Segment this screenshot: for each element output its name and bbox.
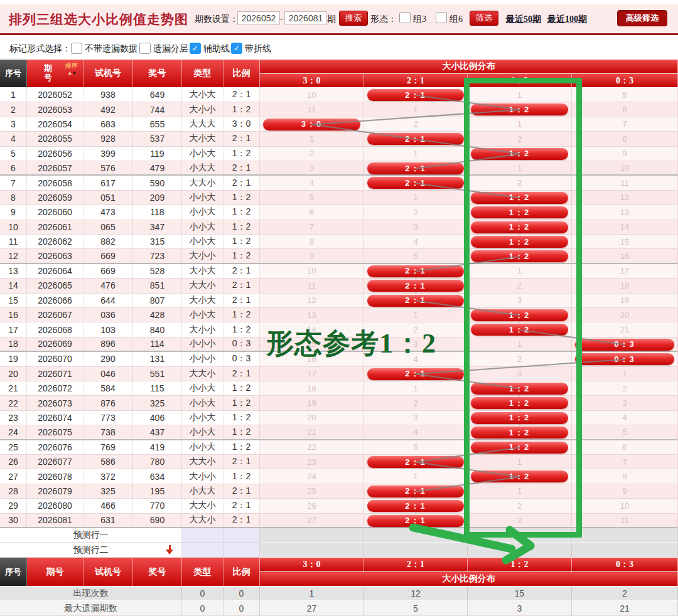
bottom-ratio-header-2: 1：2 bbox=[468, 558, 572, 572]
cell-dist-2: 1：2 bbox=[468, 147, 572, 161]
column-header-5: 比例 bbox=[223, 60, 260, 88]
cell-type: 小小大 bbox=[182, 220, 223, 235]
cell-prize-number: 655 bbox=[133, 117, 182, 132]
ratio-hit-capsule: 1：2 bbox=[471, 206, 568, 218]
ratio-hit-capsule: 1：2 bbox=[471, 309, 568, 321]
ratio-hit-capsule: 2：1 bbox=[367, 177, 464, 189]
cell-ratio: 3：0 bbox=[223, 117, 260, 132]
ratio-hit-capsule: 2：1 bbox=[367, 133, 464, 145]
sort-control[interactable]: 排序▲● bbox=[62, 63, 82, 76]
cell-period: 2026068 bbox=[27, 322, 83, 337]
cell-test-number: 576 bbox=[83, 161, 133, 176]
ratio-hit-capsule: 1：2 bbox=[471, 427, 568, 438]
cell-ratio: 1：2 bbox=[223, 381, 260, 396]
stats-ratio-count: 0 bbox=[223, 587, 260, 601]
bottom-ratio-header-0: 3：0 bbox=[260, 558, 364, 572]
cell-dist-3: 15 bbox=[572, 235, 678, 249]
cell-dist-3: 4 bbox=[572, 411, 678, 425]
cell-dist-0: 14 bbox=[260, 322, 364, 337]
cell-ratio: 1：2 bbox=[223, 322, 260, 337]
predict-row2-type-cell[interactable] bbox=[182, 543, 223, 558]
bottom-column-header-0: 序号 bbox=[0, 558, 27, 587]
cell-prize-number: 115 bbox=[133, 381, 182, 396]
cell-prize-number: 131 bbox=[133, 352, 182, 366]
ratio-column-header-0: 3：0 bbox=[260, 74, 364, 88]
cell-prize-number: 690 bbox=[133, 514, 182, 528]
cell-dist-0: 24 bbox=[260, 469, 364, 484]
cell-test-number: 036 bbox=[83, 308, 133, 322]
cell-dist-0: 9 bbox=[260, 249, 364, 263]
cell-dist-3: 18 bbox=[572, 279, 678, 293]
cell-dist-0: 1 bbox=[260, 132, 364, 146]
cell-period: 2026077 bbox=[27, 455, 83, 469]
cell-dist-1: 1 bbox=[364, 147, 468, 161]
cell-dist-0: 8 bbox=[260, 235, 364, 249]
cell-prize-number: 770 bbox=[133, 499, 182, 513]
cell-ratio: 2：1 bbox=[223, 455, 260, 469]
cell-period: 2026081 bbox=[27, 514, 83, 528]
cell-no: 3 bbox=[0, 117, 27, 132]
cell-dist-2: 1 bbox=[468, 117, 572, 132]
ratio-hit-capsule: 1：2 bbox=[471, 104, 568, 115]
cell-no: 19 bbox=[0, 352, 27, 366]
cell-no: 10 bbox=[0, 220, 27, 235]
cell-type: 大大小 bbox=[182, 279, 223, 293]
cell-dist-2: 1：2 bbox=[468, 102, 572, 117]
cell-dist-3: 0：3 bbox=[572, 337, 678, 352]
cell-test-number: 882 bbox=[83, 235, 133, 249]
cell-ratio: 1：2 bbox=[223, 440, 260, 455]
ratio-hit-capsule: 2：1 bbox=[367, 500, 464, 512]
distribution-header: 大小比例分布 bbox=[260, 60, 678, 74]
cell-dist-1: 1 bbox=[364, 381, 468, 396]
cell-type: 大大小 bbox=[182, 367, 223, 381]
predict-row2-ratio-cell[interactable] bbox=[223, 543, 260, 558]
cell-dist-1: 2：1 bbox=[364, 455, 468, 469]
cell-dist-0: 4 bbox=[260, 176, 364, 190]
cell-type: 大小大 bbox=[182, 294, 223, 308]
cell-dist-2: 1：2 bbox=[468, 235, 572, 249]
cell-dist-1: 1 bbox=[364, 191, 468, 205]
cell-dist-3: 12 bbox=[572, 191, 678, 205]
cell-test-number: 876 bbox=[83, 396, 133, 410]
cell-prize-number: 723 bbox=[133, 249, 182, 263]
bottom-column-header-4: 类型 bbox=[182, 558, 223, 587]
cell-period: 2026071 bbox=[27, 367, 83, 381]
cell-ratio: 1：2 bbox=[223, 205, 260, 220]
cell-dist-1: 2 bbox=[364, 322, 468, 337]
predict-row2-dist-1 bbox=[364, 543, 468, 558]
cell-no: 13 bbox=[0, 264, 27, 279]
cell-test-number: 631 bbox=[83, 514, 133, 528]
cell-dist-3: 5 bbox=[572, 425, 678, 440]
cell-dist-0: 19 bbox=[260, 396, 364, 410]
cell-type: 小小大 bbox=[182, 425, 223, 440]
cell-prize-number: 634 bbox=[133, 469, 182, 484]
cell-dist-2: 1：2 bbox=[468, 425, 572, 440]
predict-row1-type-cell[interactable] bbox=[182, 528, 223, 543]
cell-type: 大小大 bbox=[182, 264, 223, 279]
predict-row1-ratio-cell[interactable] bbox=[223, 528, 260, 543]
cell-type: 大小大 bbox=[182, 88, 223, 102]
cell-no: 20 bbox=[0, 367, 27, 381]
trend-table: 序号期号排序▲●试机号奖号类型比例大小比例分布3：02：11：20：312026… bbox=[0, 0, 678, 616]
cell-prize-number: 114 bbox=[133, 337, 182, 352]
cell-dist-0: 16 bbox=[260, 352, 364, 366]
cell-dist-1: 4 bbox=[364, 235, 468, 249]
cell-period: 2026065 bbox=[27, 279, 83, 293]
cell-no: 22 bbox=[0, 396, 27, 410]
cell-dist-3: 21 bbox=[572, 322, 678, 337]
cell-dist-2: 1：2 bbox=[468, 381, 572, 396]
ratio-hit-capsule: 1：2 bbox=[471, 442, 568, 454]
cell-dist-3: 11 bbox=[572, 176, 678, 190]
cell-no: 16 bbox=[0, 308, 27, 322]
cell-ratio: 0：3 bbox=[223, 352, 260, 366]
cell-type: 大大小 bbox=[182, 499, 223, 513]
cell-dist-1: 2：1 bbox=[364, 279, 468, 293]
ratio-hit-capsule: 2：1 bbox=[367, 515, 464, 527]
cell-prize-number: 347 bbox=[133, 220, 182, 235]
cell-dist-1: 2：1 bbox=[364, 484, 468, 499]
ratio-hit-capsule: 2：1 bbox=[367, 486, 464, 497]
cell-type: 大大大 bbox=[182, 117, 223, 132]
cell-type: 大小大 bbox=[182, 132, 223, 146]
cell-ratio: 2：1 bbox=[223, 161, 260, 176]
stats-type-count: 0 bbox=[182, 587, 223, 601]
